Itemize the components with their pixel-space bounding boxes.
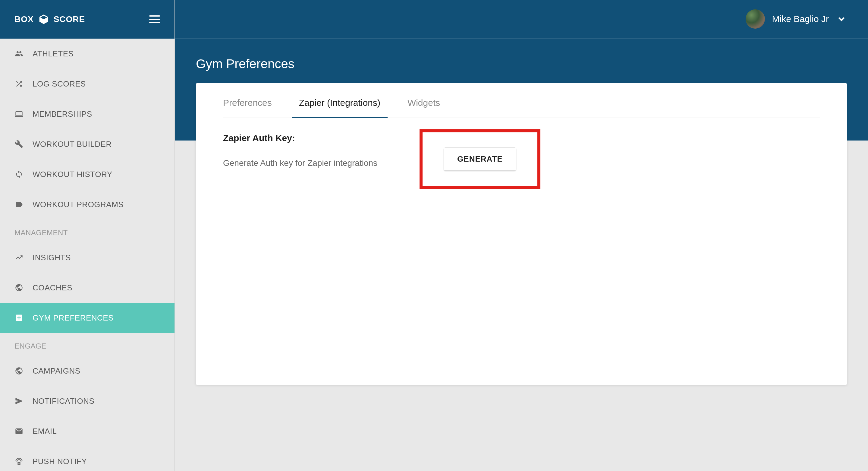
sidebar-item-athletes[interactable]: ATHLETES: [0, 38, 175, 69]
tag-icon: [14, 200, 24, 209]
sidebar-item-label: MEMBERSHIPS: [33, 110, 92, 119]
sidebar: BOX SCORE ATHLETES LOG SCOR: [0, 0, 175, 471]
tab-content-zapier: Zapier Auth Key: Generate Auth key for Z…: [223, 118, 820, 189]
page-title: Gym Preferences: [196, 57, 847, 71]
sidebar-item-gym-preferences[interactable]: GYM PREFERENCES: [0, 303, 175, 333]
brand-box: BOX: [14, 14, 34, 24]
sidebar-item-push-notify[interactable]: PUSH NOTIFY: [0, 446, 175, 471]
zapier-auth-title: Zapier Auth Key:: [223, 133, 377, 143]
shuffle-icon: [14, 79, 24, 88]
main-content: Mike Baglio Jr Gym Preferences Preferenc…: [175, 0, 868, 471]
sidebar-item-email[interactable]: EMAIL: [0, 416, 175, 446]
chevron-down-icon[interactable]: [836, 13, 847, 24]
nav-section-management: MANAGEMENT: [0, 219, 175, 242]
menu-icon[interactable]: [149, 16, 160, 23]
highlight-annotation: GENERATE: [420, 129, 540, 189]
tab-preferences[interactable]: Preferences: [223, 98, 272, 118]
cube-icon: [38, 13, 50, 25]
sidebar-item-label: WORKOUT BUILDER: [33, 140, 112, 149]
sidebar-item-label: GYM PREFERENCES: [33, 313, 114, 323]
sidebar-item-memberships[interactable]: MEMBERSHIPS: [0, 99, 175, 129]
plus-box-icon: [14, 313, 24, 322]
globe-icon: [14, 366, 24, 375]
brand-logo[interactable]: BOX SCORE: [14, 13, 85, 25]
send-icon: [14, 396, 24, 406]
nav-list: ATHLETES LOG SCORES MEMBERSHIPS WORKOUT …: [0, 38, 175, 471]
globe-icon: [14, 283, 24, 292]
wrench-icon: [14, 140, 24, 149]
sidebar-item-insights[interactable]: INSIGHTS: [0, 242, 175, 273]
sidebar-item-label: WORKOUT HISTORY: [33, 170, 113, 179]
sidebar-item-workout-history[interactable]: WORKOUT HISTORY: [0, 159, 175, 189]
sidebar-item-workout-builder[interactable]: WORKOUT BUILDER: [0, 129, 175, 159]
brand-score: SCORE: [54, 14, 85, 24]
trending-icon: [14, 253, 24, 262]
tabs: Preferences Zapier (Integrations) Widget…: [223, 98, 820, 118]
zapier-auth-desc: Generate Auth key for Zapier integration…: [223, 158, 377, 168]
sidebar-item-label: INSIGHTS: [33, 253, 71, 262]
username: Mike Baglio Jr: [772, 14, 829, 24]
mail-icon: [14, 427, 24, 436]
sidebar-item-label: NOTIFICATIONS: [33, 396, 94, 406]
sidebar-item-label: COACHES: [33, 283, 72, 293]
sidebar-item-label: LOG SCORES: [33, 79, 86, 89]
nav-section-engage: ENGAGE: [0, 333, 175, 356]
sidebar-item-label: EMAIL: [33, 427, 57, 436]
sidebar-item-campaigns[interactable]: CAMPAIGNS: [0, 356, 175, 386]
content-card: Preferences Zapier (Integrations) Widget…: [196, 83, 847, 385]
content-wrap: Preferences Zapier (Integrations) Widget…: [175, 83, 868, 397]
tab-widgets[interactable]: Widgets: [407, 98, 440, 118]
generate-button[interactable]: GENERATE: [444, 147, 516, 171]
sidebar-header: BOX SCORE: [0, 0, 175, 38]
refresh-icon: [14, 170, 24, 179]
remote-icon: [14, 457, 24, 466]
avatar[interactable]: [746, 9, 765, 29]
tab-zapier[interactable]: Zapier (Integrations): [299, 98, 380, 118]
sidebar-item-coaches[interactable]: COACHES: [0, 273, 175, 303]
sidebar-item-label: CAMPAIGNS: [33, 366, 81, 376]
people-icon: [14, 49, 24, 58]
laptop-icon: [14, 110, 24, 118]
sidebar-item-notifications[interactable]: NOTIFICATIONS: [0, 386, 175, 416]
sidebar-item-label: WORKOUT PROGRAMS: [33, 200, 124, 209]
sidebar-item-log-scores[interactable]: LOG SCORES: [0, 69, 175, 99]
sidebar-item-label: ATHLETES: [33, 49, 73, 59]
sidebar-item-workout-programs[interactable]: WORKOUT PROGRAMS: [0, 189, 175, 219]
topbar: Mike Baglio Jr: [175, 0, 868, 38]
sidebar-item-label: PUSH NOTIFY: [33, 457, 87, 466]
